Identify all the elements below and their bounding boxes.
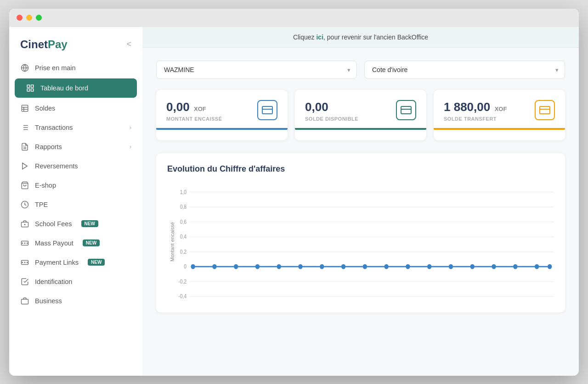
- country-select-wrap: Cote d'ivoire Senegal Mali ▾: [364, 61, 565, 79]
- payout-icon: [20, 239, 29, 248]
- svg-point-72: [548, 264, 552, 269]
- sidebar-item-soldes[interactable]: Soldes: [9, 99, 142, 118]
- svg-point-71: [535, 264, 539, 269]
- mass-payout-badge: NEW: [83, 239, 100, 246]
- svg-marker-18: [23, 163, 28, 169]
- svg-text:0,2: 0,2: [180, 249, 187, 255]
- school-icon: [20, 219, 29, 228]
- solde-icon: [396, 100, 416, 120]
- country-select[interactable]: Cote d'ivoire Senegal Mali: [364, 61, 565, 79]
- logo-bold: Pay: [48, 38, 68, 50]
- table-icon: [20, 104, 29, 113]
- solde-value: 0,00: [305, 100, 328, 114]
- banner-text-before: Cliquez: [293, 33, 317, 41]
- montant-icon: [257, 100, 277, 120]
- logo: CinetPay: [20, 38, 68, 51]
- sidebar-label-prise-en-main: Prise en main: [35, 64, 76, 72]
- sidebar-item-business[interactable]: Business: [9, 291, 142, 311]
- sidebar-item-rapports[interactable]: Rapports ›: [9, 137, 142, 156]
- link-icon: [20, 258, 29, 267]
- card-inner-montant: 0,00 XOF MONTANT ENCAISSÉ: [166, 100, 277, 122]
- svg-point-60: [298, 264, 302, 269]
- svg-point-57: [234, 264, 238, 269]
- svg-text:-0,2: -0,2: [178, 278, 187, 284]
- card-solde-transfert: 1 880,00 XOF SOLDE TRANSFERT: [434, 90, 565, 140]
- card-inner-transfert: 1 880,00 XOF SOLDE TRANSFERT: [444, 100, 555, 122]
- banner-link[interactable]: ici: [316, 33, 323, 41]
- svg-point-26: [22, 243, 23, 244]
- close-button[interactable]: [17, 15, 23, 21]
- chart-svg: 1,0 0,8 0,6 0,4 0,2 0 -0,2 -0,4: [167, 182, 554, 301]
- file-icon: [20, 142, 29, 151]
- card-montant-encaisse: 0,00 XOF MONTANT ENCAISSÉ: [156, 90, 288, 140]
- sidebar-item-tableau-de-bord[interactable]: Tableau de bord: [15, 78, 137, 98]
- sidebar-collapse-button[interactable]: <: [126, 39, 131, 49]
- svg-rect-6: [22, 105, 28, 111]
- sidebar-label-payment-links: Payment Links: [35, 259, 79, 266]
- payment-links-badge: NEW: [88, 259, 105, 266]
- top-banner[interactable]: Cliquez ici, pour revenir sur l'ancien B…: [142, 27, 579, 48]
- svg-rect-5: [31, 89, 34, 91]
- tpe-icon: [20, 200, 29, 209]
- sidebar-item-tpe[interactable]: TPE: [9, 195, 142, 214]
- card-value-transfert: 1 880,00 XOF: [444, 100, 507, 114]
- card-solde-disponible: 0,00 SOLDE DISPONIBLE: [295, 90, 426, 140]
- montant-bar: [156, 128, 288, 130]
- company-select-wrap: WAZMINE ▾: [156, 61, 357, 79]
- maximize-button[interactable]: [36, 15, 42, 21]
- play-icon: [20, 161, 29, 171]
- svg-point-59: [277, 264, 281, 269]
- app-window: CinetPay < Prise en main Tableau de bord: [9, 9, 579, 376]
- transfert-bar: [434, 128, 565, 130]
- svg-point-24: [24, 243, 25, 244]
- sidebar-item-payment-links[interactable]: Payment Links NEW: [9, 253, 142, 272]
- titlebar: [9, 9, 579, 27]
- sidebar-item-e-shop[interactable]: E-shop: [9, 176, 142, 195]
- sidebar-label-identification: Identification: [35, 278, 72, 285]
- sidebar-item-mass-payout[interactable]: Mass Payout NEW: [9, 234, 142, 253]
- montant-value: 0,00: [166, 100, 190, 114]
- sidebar-item-identification[interactable]: Identification: [9, 272, 142, 291]
- transfert-currency: XOF: [495, 106, 507, 112]
- card-text-solde: 0,00 SOLDE DISPONIBLE: [305, 100, 358, 122]
- sidebar-label-soldes: Soldes: [35, 105, 55, 112]
- sidebar-label-tableau-de-bord: Tableau de bord: [40, 84, 88, 92]
- transfert-label: SOLDE TRANSFERT: [444, 116, 507, 122]
- svg-text:1,0: 1,0: [180, 189, 187, 195]
- svg-text:0: 0: [184, 263, 187, 269]
- company-select[interactable]: WAZMINE: [156, 61, 357, 79]
- svg-point-29: [27, 262, 28, 263]
- svg-rect-37: [540, 106, 550, 114]
- logo-area: CinetPay <: [9, 27, 142, 58]
- shop-icon: [20, 181, 29, 190]
- chart-title: Evolution du Chiffre d'affaires: [167, 164, 554, 174]
- svg-point-25: [27, 243, 28, 244]
- svg-text:0,8: 0,8: [180, 204, 187, 210]
- cards-row: 0,00 XOF MONTANT ENCAISSÉ: [156, 90, 565, 140]
- sidebar-label-tpe: TPE: [35, 201, 48, 208]
- list-icon: [20, 123, 29, 132]
- banner-text-after: , pour revenir sur l'ancien BackOffice: [323, 33, 428, 41]
- solde-label: SOLDE DISPONIBLE: [305, 116, 358, 122]
- sidebar: CinetPay < Prise en main Tableau de bord: [9, 27, 142, 376]
- solde-bar: [295, 128, 426, 130]
- main-content: Cliquez ici, pour revenir sur l'ancien B…: [142, 27, 579, 376]
- rapports-arrow: ›: [130, 144, 131, 150]
- id-icon: [20, 277, 29, 286]
- montant-currency: XOF: [194, 106, 206, 112]
- chart-section: Evolution du Chiffre d'affaires Montant …: [156, 153, 565, 312]
- sidebar-item-prise-en-main[interactable]: Prise en main: [9, 58, 142, 78]
- card-text-transfert: 1 880,00 XOF SOLDE TRANSFERT: [444, 100, 507, 122]
- sidebar-item-transactions[interactable]: Transactions ›: [9, 118, 142, 137]
- svg-rect-32: [22, 299, 28, 304]
- minimize-button[interactable]: [26, 15, 32, 21]
- svg-text:0,4: 0,4: [180, 234, 187, 239]
- sidebar-label-business: Business: [35, 297, 62, 305]
- sidebar-label-mass-payout: Mass Payout: [35, 239, 74, 247]
- sidebar-item-reversements[interactable]: Reversements: [9, 156, 142, 176]
- business-icon: [20, 296, 29, 306]
- svg-point-67: [449, 264, 453, 269]
- sidebar-item-school-fees[interactable]: School Fees NEW: [9, 214, 142, 234]
- sidebar-label-transactions: Transactions: [35, 124, 73, 131]
- content-area: WAZMINE ▾ Cote d'ivoire Senegal Mali ▾: [142, 48, 579, 376]
